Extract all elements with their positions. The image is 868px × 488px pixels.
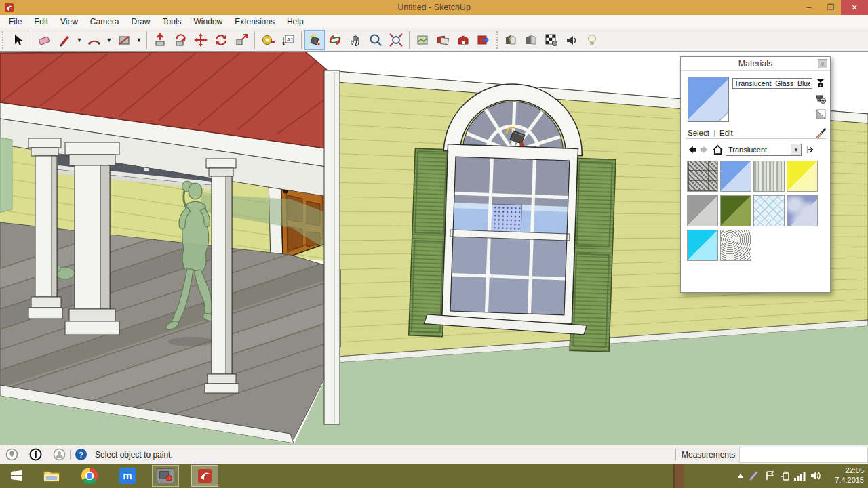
create-material-icon[interactable]	[814, 92, 827, 104]
share-model-icon[interactable]	[473, 30, 494, 50]
sketchup-taskbar-icon[interactable]	[191, 465, 218, 487]
pen-tray-icon[interactable]	[749, 470, 760, 481]
rotate-tool-icon[interactable]	[211, 30, 231, 50]
credits-icon[interactable]	[29, 448, 42, 461]
material-swatch-glass-cloudy[interactable]	[787, 195, 818, 226]
shadows-icon[interactable]	[500, 30, 521, 50]
zoom-extents-tool-icon[interactable]	[386, 30, 406, 50]
menu-item-extensions[interactable]: Extensions	[229, 17, 281, 26]
grass-sliver	[0, 138, 12, 213]
wallpaper-tree-trunk	[673, 464, 684, 488]
sample-paint-icon[interactable]	[815, 126, 827, 138]
line-tool-dropdown[interactable]: ▼	[75, 30, 84, 50]
tray-date: 7.4.2015	[835, 475, 864, 485]
menu-item-draw[interactable]: Draw	[125, 17, 157, 26]
action-center-icon[interactable]	[765, 470, 776, 481]
move-tool-icon[interactable]	[191, 30, 211, 50]
materials-nav: Translucent ▼	[686, 143, 826, 157]
window-title: Untitled - SketchUp	[0, 3, 868, 12]
file-explorer-icon[interactable]	[38, 465, 65, 487]
paint-bucket-tool-icon[interactable]	[304, 30, 325, 50]
chrome-icon[interactable]	[76, 465, 103, 487]
menu-item-tools[interactable]: Tools	[157, 17, 188, 26]
materials-panel-title[interactable]: Materials x	[681, 57, 830, 71]
forward-icon[interactable]	[699, 144, 710, 155]
sketchup-window: Untitled - SketchUp – ❐ ✕ FileEditViewCa…	[0, 0, 868, 488]
push-pull-tool-icon[interactable]	[150, 30, 170, 50]
material-name-input[interactable]	[732, 78, 812, 89]
help-icon[interactable]: ?	[75, 448, 87, 461]
menu-item-file[interactable]: File	[3, 17, 28, 26]
secondary-pane-icon[interactable]	[814, 77, 827, 89]
home-icon[interactable]	[712, 144, 724, 156]
material-swatch-grid	[687, 161, 827, 261]
start-button[interactable]	[3, 465, 30, 487]
clock[interactable]: 22:05 7.4.2015	[835, 466, 864, 485]
maxthon-icon[interactable]: m	[114, 465, 141, 487]
line-tool-icon[interactable]	[54, 30, 75, 50]
material-swatch-frosted-glass-speckle[interactable]	[720, 230, 751, 261]
collection-dropdown[interactable]: Translucent ▼	[726, 144, 802, 156]
menu-item-edit[interactable]: Edit	[28, 17, 54, 26]
material-swatch-glass-blocks[interactable]	[687, 161, 718, 192]
follow-me-tool-icon[interactable]	[170, 30, 191, 50]
material-swatch-translucent-glass-green-dark[interactable]	[720, 195, 751, 226]
volume-icon[interactable]	[810, 470, 822, 481]
eraser-tool-icon[interactable]	[34, 30, 54, 50]
menu-item-help[interactable]: Help	[281, 17, 310, 26]
screen-recorder-icon[interactable]	[152, 465, 179, 487]
tab-select[interactable]: Select	[686, 129, 713, 138]
chevron-down-icon[interactable]: ▼	[791, 144, 801, 155]
scale-tool-icon[interactable]	[231, 30, 252, 50]
material-swatch-translucent-glass-aqua[interactable]	[687, 230, 718, 261]
light-bulb-icon[interactable]	[582, 30, 602, 50]
material-swatch-translucent-glass-blue[interactable]	[720, 161, 751, 192]
material-swatch-translucent-glass-gray[interactable]	[687, 195, 718, 226]
materials-close-icon[interactable]: x	[818, 59, 827, 68]
menubar: FileEditViewCameraDrawToolsWindowExtensi…	[0, 15, 868, 28]
menu-item-window[interactable]: Window	[188, 17, 229, 26]
material-swatch-translucent-glass-yellow[interactable]	[787, 161, 818, 192]
text-tool-icon[interactable]: A1	[278, 30, 298, 50]
tape-measure-tool-icon[interactable]	[258, 30, 278, 50]
restore-button[interactable]: ❐	[821, 0, 841, 15]
arc-tool-icon[interactable]	[84, 30, 104, 50]
toolbar-grip[interactable]	[2, 31, 5, 49]
orbit-tool-icon[interactable]	[325, 30, 345, 50]
measurements-input[interactable]	[739, 447, 868, 463]
power-plug-icon[interactable]	[779, 470, 791, 481]
select-tool-icon[interactable]	[7, 30, 28, 50]
default-material-icon[interactable]	[814, 108, 827, 120]
geolocation-icon[interactable]	[5, 448, 18, 461]
add-location-icon[interactable]	[412, 30, 433, 50]
rectangle-tool-icon[interactable]	[114, 30, 134, 50]
status-message: Select object to paint.	[95, 450, 173, 460]
tray-time: 22:05	[835, 466, 864, 475]
minimize-button[interactable]: –	[799, 0, 819, 15]
measurements-label: Measurements	[682, 450, 735, 460]
sound-icon[interactable]	[561, 30, 582, 50]
tab-edit[interactable]: Edit	[718, 129, 737, 138]
material-preview-swatch[interactable]	[688, 77, 729, 122]
menu-item-view[interactable]: View	[54, 17, 84, 26]
photo-textures-icon[interactable]	[433, 30, 453, 50]
rectangle-tool-dropdown[interactable]: ▼	[134, 30, 144, 50]
shadow-settings-icon[interactable]	[521, 30, 541, 50]
pan-tool-icon[interactable]	[345, 30, 366, 50]
close-button[interactable]: ✕	[841, 0, 868, 15]
menu-item-camera[interactable]: Camera	[84, 17, 125, 26]
titlebar[interactable]: Untitled - SketchUp – ❐ ✕	[0, 0, 868, 15]
toolbar: ▼ ▼ ▼ A1	[0, 28, 868, 52]
styles-icon[interactable]	[541, 30, 561, 50]
material-swatch-frosted-glass-hatch[interactable]	[753, 195, 785, 226]
back-icon[interactable]	[686, 144, 697, 155]
corner-trim	[324, 70, 340, 424]
show-hidden-icons[interactable]	[736, 472, 745, 479]
sign-in-avatar-icon[interactable]	[53, 448, 66, 461]
zoom-tool-icon[interactable]	[366, 30, 386, 50]
network-signal-icon[interactable]	[793, 470, 806, 481]
warehouse-icon[interactable]	[453, 30, 473, 50]
details-arrow-icon[interactable]	[804, 144, 814, 155]
material-swatch-obscure-glass[interactable]	[753, 161, 785, 192]
arc-tool-dropdown[interactable]: ▼	[104, 30, 114, 50]
